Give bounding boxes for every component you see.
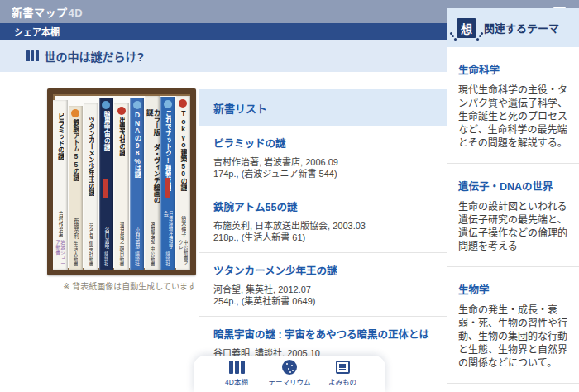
planetarium-sphere-icon — [282, 360, 297, 375]
spine-author: 河合望 — [89, 223, 94, 240]
spine-subtitle-band — [180, 178, 185, 198]
spine-author: 鈴木伸子 — [180, 216, 186, 237]
spine-author: 谷口義明 — [103, 227, 109, 249]
spine-subtitle-band — [103, 179, 108, 198]
theme-kanji-icon: 想 — [457, 18, 476, 38]
spine-subtitle-band — [89, 181, 93, 201]
book-detail-line1: 吉村作治著, 岩波書店, 2006.09 — [213, 156, 437, 168]
book-title-link[interactable]: 暗黒宇宙の謎 : 宇宙をあやつる暗黒の正体とは — [213, 326, 437, 342]
spine-subtitle-band — [58, 179, 63, 199]
spine-title: 暗黒宇宙の謎 — [103, 111, 110, 151]
book-list-header-label: 新書リスト — [213, 100, 267, 116]
book-list-item: 鉄腕アトム55の謎 布施英利, 日本放送出版協会, 2003.03 218p.,… — [199, 189, 447, 253]
theme-title-link[interactable]: 生物学 — [458, 281, 568, 297]
book-spine[interactable]: ピラミッドの謎 吉村作治著 岩波ジュニア新書 — [53, 100, 68, 270]
spine-logo-icon — [56, 103, 65, 112]
theme-list-item: 生物学 生命の発生・成長・衰弱・死、生物の習性や行動、生物の集団的な行動と生態、… — [447, 267, 579, 384]
spine-logo-icon — [102, 101, 110, 109]
book-spine[interactable]: ツタンカーメン少年王の謎 河合望 集英社新書 — [84, 103, 98, 270]
book-title-link[interactable]: 鉄腕アトム55の謎 — [213, 198, 437, 214]
related-themes-label: 関連するテーマ — [484, 20, 559, 36]
spine-subtitle-band — [150, 178, 155, 198]
bookshelf-column: ピラミッドの謎 吉村作治著 岩波ジュニア新書 鉄腕アトム55の謎 布施英利 生活… — [47, 72, 199, 392]
book-detail-line2: 174p., (岩波ジュニア新書 544) — [213, 168, 437, 179]
book-spine[interactable]: 鉄腕アトム55の謎 布施英利 生活人新書 — [69, 106, 84, 270]
spine-publisher: 岩波ジュニア新書 — [55, 240, 65, 266]
share-shelf-bar: シェア本棚 — [0, 23, 447, 40]
spine-subtitle-band — [135, 179, 140, 198]
shelf-bars-icon — [26, 50, 39, 61]
theme-list-item: 生命科学 現代生命科学の主役・タンパク質や遺伝子科学、生命誕生と死のプロセスなど… — [447, 47, 579, 164]
spine-publisher: 朝日新書 — [119, 246, 124, 266]
spine-title: 出雲大社の謎 — [118, 117, 126, 156]
book-detail-line2: 254p., (集英社新書 0649) — [213, 295, 437, 307]
shelf-title: 世の中は謎だらけ? — [45, 48, 145, 65]
spine-publisher: 中公新書ラクレ — [178, 240, 188, 266]
theme-list-item: 遺伝子・DNAの世界 生命の設計図といわれる遺伝子研究の最先端と、遺伝子操作など… — [447, 164, 579, 267]
book-title-link[interactable]: ピラミッドの謎 — [213, 135, 437, 151]
document-icon — [336, 360, 350, 375]
theme-title-link[interactable]: 遺伝子・DNAの世界 — [458, 178, 568, 194]
book-detail-line1: 河合望, 集英社, 2012.07 — [213, 284, 437, 295]
nav-item-label: 4D本棚 — [225, 376, 248, 386]
app-logo[interactable]: 新書マップ4D — [12, 4, 83, 20]
shelf-caption: ※ 背表紙画像は自動生成しています — [47, 280, 196, 292]
theme-title-link[interactable]: 生命科学 — [458, 61, 568, 77]
theme-description: 現代生命科学の主役・タンパク質や遺伝子科学、生命誕生と死のプロセスなど、生命科学… — [458, 84, 568, 150]
app-logo-suffix: 4D — [69, 7, 84, 19]
spine-publisher: 生活人新書 — [73, 241, 78, 266]
book-list-header: 新書リスト — [199, 89, 447, 126]
nav-item-4d-shelf[interactable]: 4D本棚 — [210, 360, 263, 392]
spine-author: 日本植物生理学会 — [162, 211, 173, 249]
spine-logo-icon — [179, 99, 187, 108]
book-detail-line1: 布施英利, 日本放送出版協会, 2003.03 — [213, 220, 437, 232]
nav-item-label: テーマリウム — [268, 376, 310, 386]
spine-title: 鉄腕アトム55の謎 — [72, 119, 79, 181]
book-title-link[interactable]: ツタンカーメン少年王の謎 — [213, 262, 437, 278]
book-spine[interactable]: 出雲大社の謎 瀧音能之 朝日新書 — [114, 103, 129, 270]
nav-item-themarium[interactable]: テーマリウム — [263, 360, 316, 392]
spine-subtitle-band — [73, 183, 78, 203]
bottom-navigation: 4D本棚 テーマリウム よみもの — [194, 356, 385, 392]
spine-title: ピラミッドの謎 — [56, 113, 64, 160]
book-list-panel: 新書リスト ピラミッドの謎 吉村作治著, 岩波書店, 2006.09 174p.… — [199, 72, 447, 392]
book-list: ピラミッドの謎 吉村作治著, 岩波書店, 2006.09 174p., (岩波ジ… — [199, 126, 447, 380]
related-themes-sidebar: 想 関連するテーマ 生命科学 現代生命科学の主役・タンパク質や遺伝子科学、生命誕… — [447, 8, 579, 392]
book-spine[interactable]: Tokyo建築50の謎 鈴木伸子 中公新書ラクレ — [176, 96, 191, 270]
spine-publisher: 講談社 — [165, 251, 170, 266]
spine-logo-icon — [148, 99, 156, 108]
book-list-item: ツタンカーメン少年王の謎 河合望, 集英社, 2012.07 254p., (集… — [199, 253, 447, 317]
spine-logo-icon — [164, 100, 172, 108]
book-spine[interactable]: これでナットク!植物の謎 日本植物生理学会 講談社 — [160, 97, 175, 270]
spine-logo-icon — [133, 101, 141, 109]
spine-author: 小林武彦 — [134, 227, 140, 249]
book-spine[interactable]: カラー版 ダ・ヴィンチ絵画の謎 斎藤泰弘 中公新書 — [145, 96, 160, 270]
spine-publisher: 集英社新書 — [89, 241, 93, 266]
spine-logo-icon — [71, 109, 79, 117]
spine-author: 斎藤泰弘 — [150, 222, 156, 244]
theme-description: 生命の発生・成長・衰弱・死、生物の習性や行動、生物の集団的な行動と生態、生物界と… — [458, 304, 568, 370]
spine-logo-icon — [117, 107, 126, 115]
spine-subtitle-band — [165, 178, 170, 198]
nav-item-yomimono[interactable]: よみもの — [316, 360, 369, 392]
theme-description: 生命の設計図といわれる遺伝子研究の最先端と、遺伝子操作などの倫理的問題を考える — [458, 200, 568, 253]
shelf-title-row: 世の中は謎だらけ? — [0, 40, 447, 72]
main-column: シェア本棚 世の中は謎だらけ? ピラミッドの謎 吉村作治著 岩波ジュニア新書 — [0, 23, 447, 392]
book-detail-line2: 218p., (生活人新書 61) — [213, 232, 437, 243]
shelf-bars-icon — [229, 360, 245, 375]
spine-author: 布施英利 — [73, 218, 79, 239]
spine-publisher: 中公新書 — [150, 246, 155, 266]
bookshelf-image: ピラミッドの謎 吉村作治著 岩波ジュニア新書 鉄腕アトム55の謎 布施英利 生活… — [47, 88, 196, 275]
book-spine[interactable]: DNAの98%は謎 小林武彦 講談社 — [130, 98, 145, 270]
nav-item-label: よみもの — [328, 376, 356, 386]
spine-logo-icon — [87, 107, 95, 115]
book-spine[interactable]: 暗黒宇宙の謎 谷口義明 講談社 — [99, 98, 114, 270]
book-list-item: ピラミッドの謎 吉村作治著, 岩波書店, 2006.09 174p., (岩波ジ… — [199, 126, 447, 189]
spine-subtitle-band — [119, 181, 124, 201]
app-logo-text: 新書マップ — [12, 7, 68, 19]
theme-list: 生命科学 現代生命科学の主役・タンパク質や遺伝子科学、生命誕生と死のプロセスなど… — [447, 47, 579, 392]
share-shelf-label: シェア本棚 — [14, 25, 60, 38]
spine-title: DNAの98%は謎 — [133, 111, 141, 178]
spine-publisher: 講談社 — [135, 251, 140, 266]
theme-list-item: 宇宙を知る 宇宙はどのように誕生し、どのようになっているのか--ビッグバン、膨張… — [447, 384, 579, 392]
